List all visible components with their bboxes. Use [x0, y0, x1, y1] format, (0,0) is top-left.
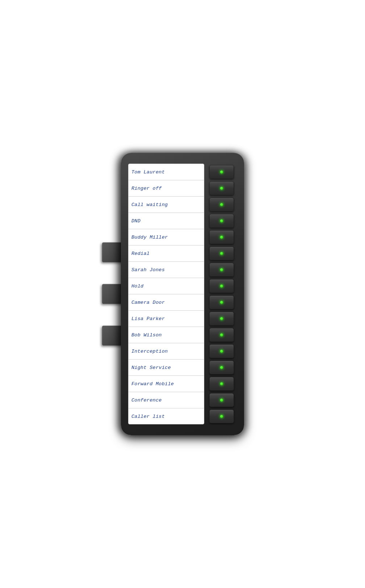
key-button-5[interactable]: [209, 230, 234, 244]
mounting-bracket: [102, 243, 124, 346]
led-13: [220, 366, 223, 369]
key-button-16[interactable]: [209, 410, 234, 423]
label-row-14: Forward Mobile: [129, 376, 204, 392]
label-text-9: Camera Door: [131, 300, 165, 305]
label-row-16: Caller list: [129, 408, 204, 424]
key-button-10[interactable]: [209, 312, 234, 326]
led-2: [220, 187, 223, 190]
key-button-15[interactable]: [209, 393, 234, 407]
label-row-11: Bob Wilson: [129, 327, 204, 343]
label-strip: Tom LaurentRinger offCall waitingDNDBudd…: [128, 164, 204, 424]
label-row-8: Hold: [129, 278, 204, 294]
label-text-12: Interception: [131, 349, 168, 354]
label-text-3: Call waiting: [131, 202, 168, 207]
button-column: [208, 164, 235, 424]
bracket-arm-middle: [102, 284, 124, 304]
label-text-11: Bob Wilson: [131, 332, 162, 338]
label-row-4: DND: [129, 213, 204, 229]
led-3: [220, 203, 223, 206]
led-15: [220, 399, 223, 402]
scene: Tom LaurentRinger offCall waitingDNDBudd…: [91, 147, 274, 441]
label-row-12: Interception: [129, 343, 204, 360]
key-button-2[interactable]: [209, 181, 234, 195]
label-text-16: Caller list: [131, 414, 165, 419]
key-button-9[interactable]: [209, 295, 234, 309]
label-text-7: Sarah Jones: [131, 267, 165, 273]
label-row-5: Buddy Miller: [129, 229, 204, 245]
label-text-10: Lisa Parker: [131, 316, 165, 322]
label-row-7: Sarah Jones: [129, 262, 204, 278]
label-row-1: Tom Laurent: [129, 164, 204, 180]
label-row-3: Call waiting: [129, 197, 204, 213]
key-module-device: Tom LaurentRinger offCall waitingDNDBudd…: [121, 153, 244, 435]
label-row-9: Camera Door: [129, 294, 204, 311]
label-row-13: Night Service: [129, 360, 204, 376]
bracket-arm-bottom: [102, 326, 124, 346]
key-button-8[interactable]: [209, 279, 234, 293]
led-12: [220, 350, 223, 353]
key-button-11[interactable]: [209, 328, 234, 342]
label-text-5: Buddy Miller: [131, 235, 168, 240]
key-button-13[interactable]: [209, 361, 234, 374]
label-text-15: Conference: [131, 398, 162, 403]
label-text-8: Hold: [131, 284, 144, 289]
led-16: [220, 415, 223, 418]
label-row-10: Lisa Parker: [129, 311, 204, 327]
label-text-6: Redial: [131, 251, 150, 256]
key-button-1[interactable]: [209, 165, 234, 179]
key-button-4[interactable]: [209, 214, 234, 228]
key-button-12[interactable]: [209, 344, 234, 358]
led-4: [220, 219, 223, 222]
led-9: [220, 301, 223, 304]
key-button-7[interactable]: [209, 263, 234, 277]
led-8: [220, 285, 223, 287]
key-button-6[interactable]: [209, 247, 234, 260]
key-button-14[interactable]: [209, 377, 234, 391]
label-text-2: Ringer off: [131, 186, 162, 191]
bracket-arm-top: [102, 243, 124, 262]
label-text-1: Tom Laurent: [131, 169, 165, 175]
label-text-4: DND: [131, 218, 140, 224]
label-row-2: Ringer off: [129, 180, 204, 197]
led-7: [220, 268, 223, 271]
led-11: [220, 333, 223, 336]
led-1: [220, 171, 223, 173]
label-row-6: Redial: [129, 245, 204, 262]
led-14: [220, 382, 223, 385]
led-6: [220, 252, 223, 255]
label-row-15: Conference: [129, 392, 204, 408]
led-10: [220, 317, 223, 320]
key-button-3[interactable]: [209, 198, 234, 211]
led-5: [220, 236, 223, 239]
label-text-14: Forward Mobile: [131, 381, 174, 387]
label-text-13: Night Service: [131, 365, 171, 370]
